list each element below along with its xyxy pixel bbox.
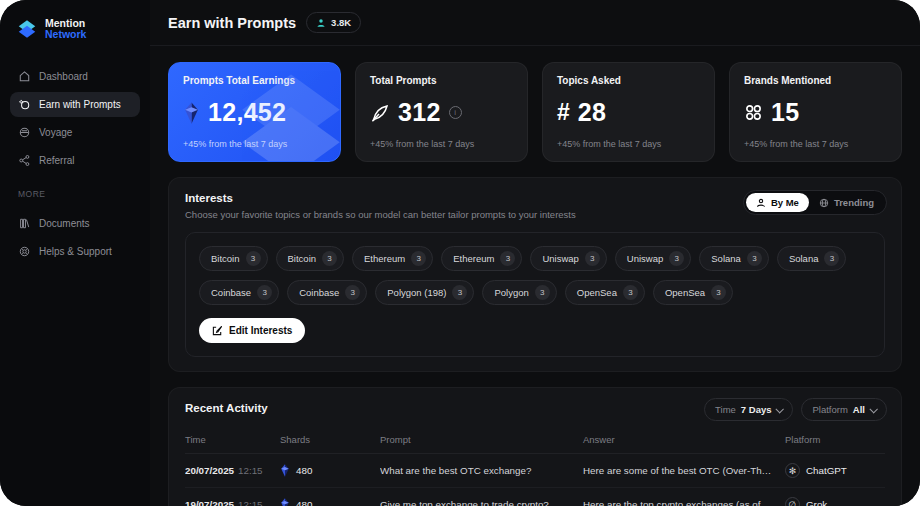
stat-card-topics-asked[interactable]: Topics Asked # 28 +45% from the last 7 d… (542, 62, 715, 162)
shards-balance-value: 3.8K (331, 17, 351, 28)
person-icon (756, 198, 766, 208)
interest-chip[interactable]: Polygon 3 (482, 280, 556, 305)
interest-chip-label: Bitcoin (288, 253, 317, 264)
stat-delta: +45% from the last 7 days (557, 139, 700, 149)
interests-chips: Bitcoin 3 Bitcoin 3 Ethereum 3 (199, 246, 871, 305)
interest-chip[interactable]: Solana 3 (699, 246, 769, 271)
interest-chip-count: 3 (246, 251, 261, 266)
interest-chip-label: OpenSea (577, 287, 617, 298)
row-prompt: What are the best OTC exchange? (380, 465, 583, 476)
interest-chip-count: 3 (747, 251, 762, 266)
interest-chip-label: Uniswap (627, 253, 663, 264)
interest-chip[interactable]: Coinbase 3 (287, 280, 367, 305)
quill-icon (370, 103, 390, 123)
activity-table-body: 20/07/202512:15 480 What are th (185, 454, 885, 506)
col-prompt: Prompt (380, 434, 583, 445)
sidebar-section-more: MORE (10, 173, 140, 205)
toggle-trending[interactable]: Trending (809, 193, 884, 212)
interest-chip-label: Ethereum (364, 253, 405, 264)
interest-chip-count: 3 (623, 285, 638, 300)
interest-chip-count: 3 (322, 251, 337, 266)
interest-chip[interactable]: Uniswap 3 (530, 246, 606, 271)
time-filter-label: Time (715, 404, 736, 415)
toggle-trending-label: Trending (834, 197, 874, 208)
user-badge-icon (316, 18, 326, 28)
stat-delta: +45% from the last 7 days (744, 139, 887, 149)
brand-logo[interactable]: Mention Network (10, 16, 140, 58)
chevron-down-icon (776, 405, 784, 413)
referral-icon (18, 154, 31, 167)
col-shards: Shards (280, 434, 380, 445)
interest-chip-count: 3 (345, 285, 360, 300)
brand-name: Mention Network (45, 18, 86, 40)
time-filter-dropdown[interactable]: Time 7 Days (704, 398, 793, 421)
interest-chip-label: Solana (711, 253, 741, 264)
sidebar-item-voyage[interactable]: Voyage (10, 120, 140, 145)
interests-view-toggle: By Me Trending (743, 190, 887, 215)
toggle-by-me[interactable]: By Me (746, 193, 809, 212)
time-filter-value: 7 Days (741, 404, 772, 415)
hash-icon: # (557, 99, 570, 126)
gem-icon (280, 498, 290, 506)
interest-chip[interactable]: Solana 3 (777, 246, 847, 271)
row-prompt: Give me top exchange to trade crypto? (380, 499, 583, 506)
interest-chip[interactable]: Coinbase 3 (199, 280, 279, 305)
edit-interests-button[interactable]: Edit Interests (199, 318, 305, 343)
row-shards: 480 (280, 464, 380, 477)
row-answer: Here are some of the best OTC (Over-The-… (583, 465, 785, 476)
activity-filters: Time 7 Days Platform All (704, 398, 887, 421)
row-shards-value: 480 (296, 465, 312, 476)
stats-row: Prompts Total Earnings 12,452 +45% from … (168, 62, 902, 162)
interest-chip-count: 3 (452, 285, 467, 300)
platform-icon: ✻ (785, 463, 800, 478)
row-shards-value: 480 (296, 499, 312, 506)
category-grid-icon (744, 103, 763, 122)
gem-icon (183, 102, 200, 124)
sidebar-item-dashboard[interactable]: Dashboard (10, 64, 140, 89)
platform-filter-value: All (853, 404, 865, 415)
voyage-icon (18, 126, 31, 139)
col-time: Time (185, 434, 280, 445)
stat-value: 28 (578, 98, 606, 127)
sidebar-item-referral[interactable]: Referral (10, 148, 140, 173)
interest-chip-count: 3 (411, 251, 426, 266)
interest-chip[interactable]: Bitcoin 3 (199, 246, 268, 271)
interest-chip[interactable]: Ethereum 3 (352, 246, 433, 271)
shards-balance-badge[interactable]: 3.8K (306, 12, 361, 33)
interest-chip-count: 3 (824, 251, 839, 266)
sidebar-item-label: Documents (39, 218, 90, 229)
interest-chip[interactable]: Bitcoin 3 (276, 246, 345, 271)
interest-chip[interactable]: Polygon (198) 3 (375, 280, 474, 305)
interest-chip-count: 3 (585, 251, 600, 266)
sidebar-item-label: Dashboard (39, 71, 88, 82)
interest-chip-label: Coinbase (211, 287, 251, 298)
stat-card-prompts-total-earnings[interactable]: Prompts Total Earnings 12,452 +45% from … (168, 62, 341, 162)
sidebar-item-helps-support[interactable]: Helps & Support (10, 239, 140, 264)
interest-chip[interactable]: Ethereum 3 (441, 246, 522, 271)
sidebar-item-label: Helps & Support (39, 246, 112, 257)
interest-chip[interactable]: OpenSea 3 (653, 280, 733, 305)
stat-card-brands-mentioned[interactable]: Brands Mentioned 15 +45% from the last 7… (729, 62, 902, 162)
edit-icon (212, 325, 223, 336)
sidebar-item-earn-with-prompts[interactable]: Earn with Prompts (10, 92, 140, 117)
interest-chip-count: 3 (500, 251, 515, 266)
platform-filter-dropdown[interactable]: Platform All (801, 398, 887, 421)
interest-chip[interactable]: OpenSea 3 (565, 280, 645, 305)
content: Prompts Total Earnings 12,452 +45% from … (150, 46, 920, 506)
interest-chip-label: Ethereum (453, 253, 494, 264)
row-platform-label: Grok (806, 499, 827, 506)
interests-panel: Interests Choose your favorite topics or… (168, 177, 902, 372)
table-row[interactable]: 19/07/202512:15 480 Give me top (185, 488, 885, 506)
sidebar-item-documents[interactable]: Documents (10, 211, 140, 236)
documents-icon (18, 217, 31, 230)
table-row[interactable]: 20/07/202512:15 480 What are th (185, 454, 885, 488)
sidebar-item-label: Voyage (39, 127, 72, 138)
row-shards: 480 (280, 498, 380, 506)
stat-card-total-prompts[interactable]: Total Prompts 312 i +45% from the last 7… (355, 62, 528, 162)
col-platform: Platform (785, 434, 885, 445)
interest-chip-label: Uniswap (542, 253, 578, 264)
info-icon[interactable]: i (449, 106, 462, 119)
activity-table-header: Time Shards Prompt Answer Platform (185, 428, 885, 454)
interest-chip[interactable]: Uniswap 3 (615, 246, 691, 271)
row-time: 20/07/202512:15 (185, 465, 280, 476)
